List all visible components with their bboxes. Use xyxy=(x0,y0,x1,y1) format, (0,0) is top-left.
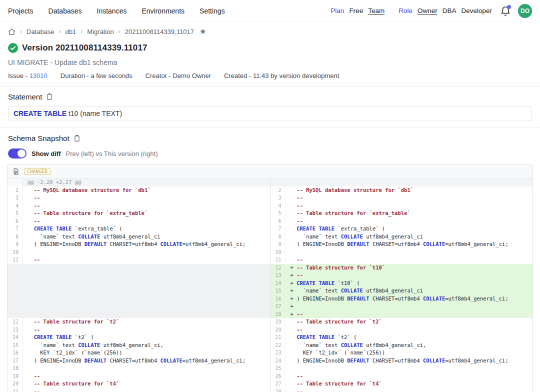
line-number-left xyxy=(8,280,22,288)
version-header: Version 20211008114339.11017 xyxy=(8,43,532,53)
code-left: -- xyxy=(22,372,270,380)
diff-row: @@ -2,20 +2,27 @@ xyxy=(8,178,532,186)
code-left: -- MySQL database structure for `db1` xyxy=(22,186,270,194)
file-icon xyxy=(12,168,19,175)
check-circle-icon xyxy=(8,43,18,53)
code-left xyxy=(22,264,270,272)
line-number-left xyxy=(8,287,22,295)
line-number-left: 21 xyxy=(8,388,22,392)
diff-row: 13 --20 -- xyxy=(8,326,532,334)
line-number-right: 28 xyxy=(270,388,286,392)
line-number-right: 16 xyxy=(270,295,286,303)
notification-dot xyxy=(507,5,511,9)
duration-meta: Duration - a few seconds xyxy=(60,72,132,80)
line-number-right: 27 xyxy=(270,380,286,388)
nav-item-projects[interactable]: Projects xyxy=(8,7,34,15)
code-left: ) ENGINE=InnoDB DEFAULT CHARSET=utf8mb4 … xyxy=(22,240,270,248)
issue-link[interactable]: 13010 xyxy=(30,72,48,80)
line-number-right: 3 xyxy=(270,194,286,202)
code-right: -- xyxy=(286,194,533,202)
line-number-right: 12 xyxy=(270,264,286,272)
line-number-right xyxy=(270,178,286,186)
role-dba-link[interactable]: DBA xyxy=(442,7,456,14)
nav-right-cluster: Plan Free Team Role Owner DBA Developer … xyxy=(330,4,532,18)
code-right: -- xyxy=(286,326,533,334)
schema-snapshot-heading: Schema Snapshot xyxy=(8,134,70,142)
role-owner-link[interactable]: Owner xyxy=(418,7,438,14)
code-right: CREATE TABLE `extra_table` ( xyxy=(286,225,533,233)
code-right: -- Table structure for `t2` xyxy=(286,318,533,326)
plan-team-link[interactable]: Team xyxy=(368,7,384,14)
line-number-left: 11 xyxy=(8,256,22,264)
role-label: Role xyxy=(398,7,412,14)
diff-rows[interactable]: @@ -2,20 +2,27 @@2 -- MySQL database str… xyxy=(8,178,532,392)
line-number-right: 22 xyxy=(270,342,286,350)
code-left: -- xyxy=(22,326,270,334)
chevron-right-icon: › xyxy=(118,28,120,35)
migration-meta: Issue - 13010 Duration - a few seconds C… xyxy=(8,72,532,80)
code-right: ) ENGINE=InnoDB DEFAULT CHARSET=utf8mb4 … xyxy=(286,240,533,248)
code-right: `name` text COLLATE utf8mb4_general_ci xyxy=(286,233,533,241)
home-icon[interactable] xyxy=(8,28,16,36)
line-number-left: 20 xyxy=(8,380,22,388)
line-number-right: 4 xyxy=(270,202,286,210)
line-number-left xyxy=(8,264,22,272)
diff-row: 6 --6 -- xyxy=(8,218,532,226)
line-number-right: 19 xyxy=(270,318,286,326)
code-left xyxy=(22,272,270,280)
line-number-right: 6 xyxy=(270,218,286,226)
line-number-right: 24 xyxy=(270,357,286,365)
nav-item-instances[interactable]: Instances xyxy=(97,7,127,15)
avatar[interactable]: DO xyxy=(518,4,532,18)
nav-item-databases[interactable]: Databases xyxy=(48,7,82,15)
code-left xyxy=(22,287,270,295)
line-number-right: 25 xyxy=(270,364,286,372)
code-left: CREATE TABLE `extra_table` ( xyxy=(22,225,270,233)
diff-row: 5 -- Table structure for `extra_table`5 … xyxy=(8,210,532,218)
code-left: CREATE TABLE `t2` ( xyxy=(22,334,270,342)
copy-icon[interactable] xyxy=(46,93,53,100)
code-right xyxy=(286,248,533,256)
line-number-left: 18 xyxy=(8,364,22,372)
line-number-right: 13 xyxy=(270,272,286,280)
nav-item-environments[interactable]: Environments xyxy=(142,7,184,15)
code-left: -- xyxy=(22,388,270,392)
line-number-right: 11 xyxy=(270,256,286,264)
line-number-right: 21 xyxy=(270,334,286,342)
breadcrumb-db1[interactable]: db1 xyxy=(66,28,76,36)
code-left: @@ -2,20 +2,27 @@ xyxy=(22,178,270,186)
code-left: ) ENGINE=InnoDB DEFAULT CHARSET=utf8mb4 … xyxy=(22,357,270,365)
migration-subtitle: UI MIGRATE - Update db1 schema xyxy=(8,58,532,66)
breadcrumb-migration[interactable]: Migration xyxy=(87,28,114,36)
diff-row: 19 --26 -- xyxy=(8,372,532,380)
statement-section: Statement CREATE TABLE t10 (name TEXT) xyxy=(0,86,540,121)
code-right: + -- Table structure for `t10` xyxy=(286,264,533,272)
diff-row: 14+ CREATE TABLE `t10` ( xyxy=(8,280,532,288)
line-number-left: 14 xyxy=(8,334,22,342)
diff-row: 16 KEY `t2_idx` (`name`(256))23 KEY `t2_… xyxy=(8,349,532,357)
line-number-right: 10 xyxy=(270,248,286,256)
diff-row: 18+ -- xyxy=(8,310,532,318)
show-diff-toggle[interactable] xyxy=(8,148,26,158)
code-right: + `name` text COLLATE utf8mb4_general_ci xyxy=(286,287,533,295)
creator-meta: Creator - Demo Owner xyxy=(146,72,211,80)
diff-row: 17+ xyxy=(8,302,532,310)
line-number-left: 8 xyxy=(8,233,22,241)
code-right: + -- xyxy=(286,310,533,318)
role-developer-link[interactable]: Developer xyxy=(461,7,492,14)
diff-row: 7 CREATE TABLE `extra_table` (7 CREATE T… xyxy=(8,225,532,233)
chevron-right-icon: › xyxy=(59,28,61,35)
bell-icon[interactable] xyxy=(500,6,511,16)
diff-row: 15+ `name` text COLLATE utf8mb4_general_… xyxy=(8,287,532,295)
line-number-right: 5 xyxy=(270,210,286,218)
code-right: + -- xyxy=(286,272,533,280)
code-right: -- xyxy=(286,256,533,264)
copy-icon[interactable] xyxy=(74,134,80,142)
code-right: + ) ENGINE=InnoDB DEFAULT CHARSET=utf8mb… xyxy=(286,295,533,303)
star-icon[interactable]: ★ xyxy=(200,27,206,36)
code-left: -- Table structure for `t2` xyxy=(22,318,270,326)
diff-row: 16+ ) ENGINE=InnoDB DEFAULT CHARSET=utf8… xyxy=(8,295,532,303)
breadcrumb-database[interactable]: Database xyxy=(26,28,54,36)
plan-free-link[interactable]: Free xyxy=(349,7,363,14)
nav-item-settings[interactable]: Settings xyxy=(200,7,225,15)
